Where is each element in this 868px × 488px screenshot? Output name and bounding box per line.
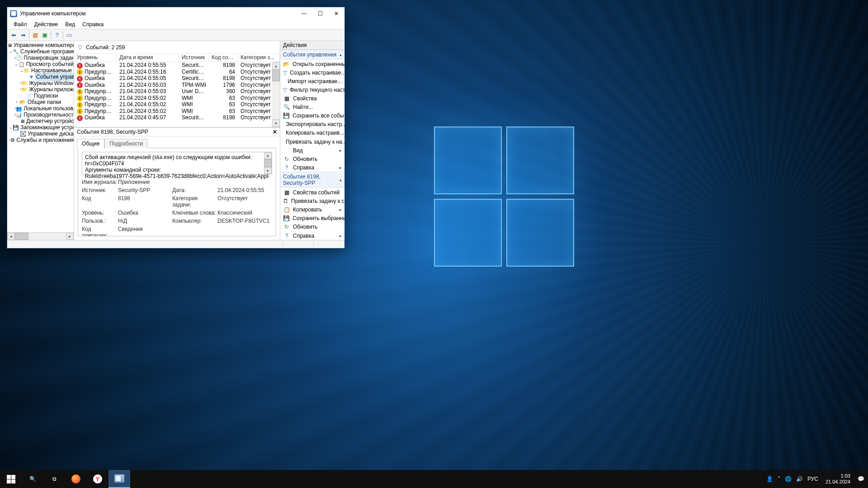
event-row[interactable]: !Ошибка21.04.2024 0:45:07Security-SPP819… bbox=[74, 114, 280, 121]
col-date[interactable]: Дата и время bbox=[117, 54, 179, 61]
detail-close-button[interactable]: ✕ bbox=[273, 129, 277, 135]
tree-subscriptions[interactable]: 📄Подписки bbox=[7, 93, 74, 99]
menu-action[interactable]: Действие bbox=[31, 20, 62, 28]
close-button[interactable]: ✕ bbox=[328, 7, 344, 20]
actions-pane: Действия События управления▴ 📂Открыть со… bbox=[280, 41, 344, 240]
properties-button[interactable]: ▦ bbox=[31, 31, 40, 40]
action-refresh[interactable]: ↻Обновить bbox=[280, 155, 344, 163]
tree-windows-logs[interactable]: ›📁Журналы Windows bbox=[7, 80, 74, 86]
tree-root[interactable]: 🖥Управление компьютером (л bbox=[7, 42, 74, 48]
events-pane: ▽ Событий: 2 259 Уровень Дата и время Ис… bbox=[74, 41, 280, 240]
task-view-button[interactable]: ⧉ bbox=[43, 470, 65, 488]
action-copy-custom[interactable]: Копировать настраив... bbox=[280, 129, 344, 137]
tab-details[interactable]: Подробности bbox=[104, 139, 148, 148]
funnel-icon: ▽ bbox=[78, 44, 82, 51]
action-event-bind[interactable]: 🗒Привязать задачу к со... bbox=[280, 197, 344, 206]
titlebar[interactable]: Управление компьютером — ☐ ✕ bbox=[7, 7, 344, 20]
firefox-button[interactable] bbox=[65, 470, 87, 488]
search-button[interactable]: 🔍 bbox=[22, 470, 43, 488]
menu-help[interactable]: Справка bbox=[79, 20, 107, 28]
maximize-button[interactable]: ☐ bbox=[312, 7, 328, 20]
tree-shared-folders[interactable]: ›📂Общие папки bbox=[7, 99, 74, 105]
event-row[interactable]: !Ошибка21.04.2024 0:55:03TPM-WMI1796Отсу… bbox=[74, 82, 280, 89]
action-event-refresh[interactable]: ↻Обновить bbox=[280, 223, 344, 231]
event-row[interactable]: !Ошибка21.04.2024 0:55:55Security-SPP819… bbox=[74, 62, 280, 69]
event-row[interactable]: !Предупреждение21.04.2024 0:55:02WMI63От… bbox=[74, 108, 280, 115]
action-event-properties[interactable]: ▦Свойства событий bbox=[280, 188, 344, 197]
action-view[interactable]: Вид▸ bbox=[280, 146, 344, 155]
action-filter[interactable]: ▽Фильтр текущего наст... bbox=[280, 85, 344, 94]
tree-management-events[interactable]: ▼События управл... bbox=[7, 74, 74, 80]
tree-device-manager[interactable]: 🖥Диспетчер устройств bbox=[7, 118, 74, 124]
detail-tabs: Общие Подробности bbox=[74, 136, 280, 148]
start-button[interactable] bbox=[0, 470, 22, 488]
volume-icon[interactable]: 🔊 bbox=[796, 476, 803, 482]
event-count: Событий: 2 259 bbox=[86, 44, 125, 51]
action-find[interactable]: 🔍Найти... bbox=[280, 103, 344, 112]
event-row[interactable]: !Предупреждение21.04.2024 0:55:02WMI63От… bbox=[74, 95, 280, 102]
action-export[interactable]: Экспортировать настр... bbox=[280, 120, 344, 129]
action-save-all[interactable]: 💾Сохранить все событи... bbox=[280, 112, 344, 120]
language-indicator[interactable]: РУС bbox=[807, 476, 818, 482]
action-properties[interactable]: ▦Свойства bbox=[280, 94, 344, 103]
actions-header: Действия bbox=[280, 41, 344, 50]
clock[interactable]: 1:0321.04.2024 bbox=[823, 473, 853, 485]
tree-horizontal-scrollbar[interactable]: ◂▸ bbox=[7, 232, 74, 240]
tree-services[interactable]: ›⚙Службы и приложения bbox=[7, 137, 74, 143]
tree-event-viewer[interactable]: ⌄📋Просмотр событий bbox=[7, 61, 74, 67]
action-create-custom[interactable]: ▽Создать настраивае... bbox=[280, 68, 344, 77]
notifications-icon[interactable]: 💬 bbox=[858, 476, 864, 482]
col-level[interactable]: Уровень bbox=[74, 54, 117, 61]
computer-management-taskbar-button[interactable] bbox=[108, 470, 130, 488]
taskbar[interactable]: 🔍 ⧉ Y 👤 ˄ 🌐 🔊 РУС 1:0321.04.2024 💬 bbox=[0, 470, 868, 488]
action-event-copy[interactable]: 📋Копировать▸ bbox=[280, 206, 344, 214]
help-button[interactable]: ? bbox=[52, 31, 61, 40]
action-import[interactable]: Импорт настраивае... bbox=[280, 77, 344, 85]
grid-header[interactable]: Уровень Дата и время Источник Код событи… bbox=[74, 54, 280, 62]
action-help[interactable]: ?Справка▸ bbox=[280, 163, 344, 172]
tree-local-users[interactable]: ›👥Локальные пользовате bbox=[7, 105, 74, 112]
extra-button[interactable]: ▭ bbox=[65, 31, 74, 40]
event-message[interactable]: Сбой активации лицензий (slui.exe) со сл… bbox=[82, 152, 272, 174]
tray-chevron-icon[interactable]: ˄ bbox=[778, 476, 780, 482]
yandex-button[interactable]: Y bbox=[87, 470, 108, 488]
tree[interactable]: 🖥Управление компьютером (л ⌄🔧Служебные п… bbox=[7, 41, 74, 232]
event-row[interactable]: !Ошибка21.04.2024 0:55:05Security-SPP819… bbox=[74, 75, 280, 82]
system-tray[interactable]: 👤 ˄ 🌐 🔊 РУС 1:0321.04.2024 💬 bbox=[763, 473, 868, 485]
action-event-save[interactable]: 💾Сохранить выбранны... bbox=[280, 214, 344, 223]
action-bind-task[interactable]: Привязать задачу к на... bbox=[280, 137, 344, 146]
menu-bar: Файл Действие Вид Справка bbox=[7, 20, 344, 29]
tree-pane: 🖥Управление компьютером (л ⌄🔧Служебные п… bbox=[7, 41, 74, 240]
actions-section-event[interactable]: Событие 8198, Security-SPP▴ bbox=[280, 172, 344, 188]
toolbar: ⬅ ➡ ▦ ▣ ? ▭ bbox=[7, 29, 344, 41]
grid-vertical-scrollbar[interactable]: ▴▾ bbox=[272, 62, 280, 127]
event-grid[interactable]: !Ошибка21.04.2024 0:55:55Security-SPP819… bbox=[74, 62, 280, 127]
col-code[interactable]: Код события bbox=[209, 54, 238, 61]
tree-storage[interactable]: ⌄💾Запоминающие устройс bbox=[7, 124, 74, 131]
col-category[interactable]: Категория з... bbox=[238, 54, 280, 61]
app-icon bbox=[10, 10, 17, 17]
detail-title: Событие 8198, Security-SPP bbox=[77, 129, 148, 135]
tree-task-scheduler[interactable]: ›🕒Планировщик заданий bbox=[7, 55, 74, 61]
back-button[interactable]: ⬅ bbox=[9, 31, 18, 40]
event-row[interactable]: !Предупреждение21.04.2024 0:55:03User De… bbox=[74, 88, 280, 95]
tree-performance[interactable]: ›📊Производительность bbox=[7, 112, 74, 118]
menu-view[interactable]: Вид bbox=[61, 20, 79, 28]
tab-general[interactable]: Общие bbox=[77, 139, 104, 148]
refresh-button[interactable]: ▣ bbox=[40, 31, 49, 40]
col-source[interactable]: Источник bbox=[179, 54, 209, 61]
minimize-button[interactable]: — bbox=[296, 7, 312, 20]
menu-file[interactable]: Файл bbox=[10, 20, 31, 28]
forward-button[interactable]: ➡ bbox=[19, 31, 28, 40]
action-open-saved[interactable]: 📂Открыть сохраненны... bbox=[280, 60, 344, 68]
event-row[interactable]: !Предупреждение21.04.2024 0:55:16Certifi… bbox=[74, 69, 280, 75]
network-icon[interactable]: 🌐 bbox=[785, 476, 792, 482]
tree-disk-management[interactable]: 💽Управление дисками bbox=[7, 131, 74, 137]
event-row[interactable]: !Предупреждение21.04.2024 0:55:02WMI63От… bbox=[74, 101, 280, 108]
tree-app-logs[interactable]: ›📁Журналы приложе bbox=[7, 86, 74, 93]
tree-custom-views[interactable]: ⌄📁Настраиваемые пр bbox=[7, 67, 74, 74]
actions-section-events[interactable]: События управления▴ bbox=[280, 50, 344, 60]
people-icon[interactable]: 👤 bbox=[766, 476, 773, 482]
tree-system-tools[interactable]: ⌄🔧Служебные программы bbox=[7, 48, 74, 55]
action-event-help[interactable]: ?Справка▸ bbox=[280, 231, 344, 240]
